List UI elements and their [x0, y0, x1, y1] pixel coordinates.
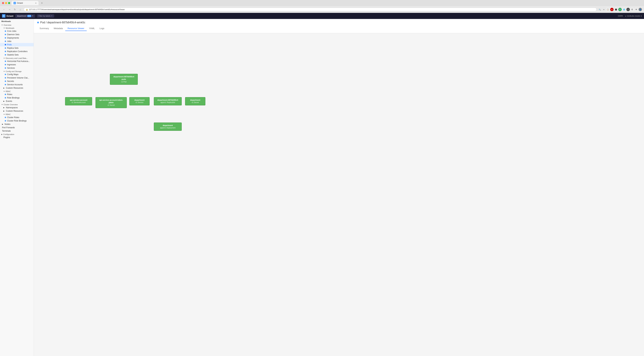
sidebar-item-port-forwards[interactable]: Port Forwards: [0, 126, 34, 129]
central-node-pod[interactable]: department-687b645fc4 pods v1 Pod: [110, 74, 138, 85]
sidebar-workloads-label: Workloads: [0, 20, 34, 23]
tab-metadata[interactable]: Metadata: [52, 26, 65, 31]
sidebar-item-jobs[interactable]: Jobs: [0, 40, 34, 43]
sidebar-item-nodes[interactable]: ▶ Nodes: [0, 123, 34, 126]
ext-star-icon[interactable]: ★: [602, 8, 606, 11]
secret-node-title: department: [188, 99, 203, 101]
namespace-selector[interactable]: department 0 0 ▼: [16, 14, 35, 18]
workloads-chevron-icon: ▼: [4, 27, 5, 29]
dark-mode-toggle[interactable]: DARK: [618, 15, 623, 17]
main-content: Workloads ▼ Overview ▼ Workloads Cron Jo…: [0, 19, 644, 356]
home-button[interactable]: ⌂: [18, 8, 22, 12]
deployment-node-title: department: [156, 124, 179, 127]
sidebar-item-cron-jobs[interactable]: Cron Jobs: [0, 30, 34, 33]
jobs-label: Jobs: [7, 40, 11, 43]
sidebar-item-custom-resources[interactable]: ▶ Custom Resources: [0, 86, 34, 90]
sidebar-item-replica-sets[interactable]: Replica Sets: [0, 46, 34, 50]
sidebar-item-service-accounts[interactable]: Service Accounts: [0, 83, 34, 86]
url-bar[interactable]: 🔒 127.0.0.1:7777/#/overview/namespace/de…: [24, 8, 597, 11]
sidebar-group-overview[interactable]: ▼ Overview: [0, 23, 34, 27]
sidebar-item-cluster-custom-resources[interactable]: ▶ Custom Resources: [0, 109, 34, 113]
tab-summary[interactable]: Summary: [37, 26, 52, 31]
sidebar-item-namespaces[interactable]: ▶ Namespaces: [0, 106, 34, 109]
sidebar-item-pvc[interactable]: Persistent Volume Clai...: [0, 76, 34, 80]
fullscreen-dot[interactable]: [8, 2, 10, 4]
child-node-service[interactable]: department v1 Service: [129, 97, 150, 105]
sidebar-group-config[interactable]: ▼ Config and Storage: [0, 70, 34, 73]
sidebar-group-cluster-rbac[interactable]: ▼ RBAC: [0, 113, 34, 116]
configuration-chevron-icon: ▶: [1, 134, 2, 135]
sidebar-group-rbac[interactable]: ▼ RBAC: [0, 90, 34, 93]
discovery-chevron-icon: ▼: [4, 57, 5, 59]
child-node-secret[interactable]: department v1 Secret: [185, 97, 205, 105]
ext-6[interactable]: ⬡: [626, 8, 630, 11]
sidebar-item-daemon-sets[interactable]: Daemon Sets: [0, 33, 34, 36]
ext-8[interactable]: H: [634, 8, 638, 11]
sidebar-item-services[interactable]: Services: [0, 66, 34, 70]
role-bindings-dot: [5, 97, 6, 99]
ext-1[interactable]: 📋: [606, 8, 610, 11]
child-node-replicaset[interactable]: department-687b645fc4 apps/v1 ReplicaSet: [154, 97, 182, 105]
sidebar-item-hpa[interactable]: Horizontal Pod Autosca...: [0, 60, 34, 63]
events-toggle: ▶: [4, 100, 4, 102]
sidebar-item-cluster-role-bindings[interactable]: Cluster Role Bindings: [0, 119, 34, 123]
sidebar-group-configuration[interactable]: ▶ Configuration: [0, 133, 34, 136]
events-label: Events: [6, 100, 12, 102]
sidebar-discovery-label: Discovery and Load Bala...: [6, 57, 28, 59]
pod-title: Pod / department-687b645fc4-wmk5c: [37, 21, 640, 24]
ext-5[interactable]: 🌐: [622, 8, 626, 11]
sidebar-item-roles[interactable]: Roles: [0, 93, 34, 96]
tab-resource-viewer[interactable]: Resource Viewer: [65, 26, 87, 31]
tab-logs[interactable]: Logs: [97, 26, 107, 31]
ext-7[interactable]: G: [630, 8, 634, 11]
sidebar-group-cluster-overview[interactable]: ▼ Cluster Overview: [0, 103, 34, 106]
roles-label: Roles: [7, 93, 12, 96]
sidebar-config-label: Config and Storage: [6, 70, 22, 72]
terminals-label: Terminals: [2, 130, 11, 132]
filter-by-labels[interactable]: Filter by labels ▼: [37, 14, 54, 18]
back-button[interactable]: ←: [2, 8, 6, 12]
sidebar-item-secrets[interactable]: Secrets: [0, 80, 34, 83]
ext-4[interactable]: G: [618, 8, 622, 11]
tab-resource-viewer-label: Resource Viewer: [68, 27, 84, 30]
sidebar-group-discovery[interactable]: ▼ Discovery and Load Bala...: [0, 57, 34, 60]
sidebar-item-ingresses[interactable]: Ingresses: [0, 63, 34, 66]
tab-close-button[interactable]: ✕: [35, 2, 36, 4]
app-logo-text: Octant: [6, 15, 13, 17]
sidebar-group-workloads[interactable]: ▼ Workloads: [0, 27, 34, 30]
tab-yaml[interactable]: YAML: [87, 26, 97, 31]
sidebar-item-cluster-roles[interactable]: Cluster Roles: [0, 116, 34, 119]
deployments-label: Deployments: [7, 37, 19, 39]
sidebar-item-deployments[interactable]: Deployments: [0, 36, 34, 40]
cluster-overview-chevron-icon: ▼: [1, 104, 3, 105]
close-dot[interactable]: [2, 2, 4, 4]
forward-button[interactable]: →: [8, 8, 12, 12]
sidebar-item-replication-controllers[interactable]: Replication Controllers: [0, 50, 34, 53]
grandchild-node-deployment[interactable]: department apps/v1 Deployment: [154, 123, 182, 131]
minimize-dot[interactable]: [5, 2, 7, 4]
child-node-service-account[interactable]: api-service-account v1 ServiceAccount: [65, 97, 92, 105]
sidebar-item-terminals[interactable]: Terminals: [0, 129, 34, 133]
reload-button[interactable]: ↻: [13, 8, 17, 12]
hpa-dot: [5, 61, 6, 62]
sidebar: Workloads ▼ Overview ▼ Workloads Cron Jo…: [0, 19, 34, 356]
cluster-roles-label: Cluster Roles: [7, 116, 19, 119]
sidebar-item-config-maps[interactable]: Config Maps: [0, 73, 34, 76]
user-avatar[interactable]: 👤: [638, 8, 642, 11]
sidebar-item-events[interactable]: ▶ Events: [0, 100, 34, 103]
ext-search-icon[interactable]: 🔍: [598, 8, 602, 11]
sidebar-item-stateful-sets[interactable]: Stateful Sets: [0, 53, 34, 57]
cluster-roles-dot: [5, 117, 6, 118]
stateful-sets-label: Stateful Sets: [7, 54, 18, 56]
ext-3[interactable]: ⬛: [614, 8, 618, 11]
sidebar-item-role-bindings[interactable]: Role Bindings: [0, 96, 34, 100]
browser-tab[interactable]: O Octant ✕: [12, 1, 38, 5]
child-node-token-secret[interactable]: api-service-account-token-jb8dn v1 Secre…: [96, 97, 127, 108]
new-tab-button[interactable]: +: [40, 1, 44, 5]
ext-2[interactable]: ●: [610, 8, 614, 11]
service-accounts-label: Service Accounts: [7, 83, 23, 86]
sidebar-configuration-label: Configuration: [3, 133, 14, 135]
jobs-dot: [5, 41, 6, 42]
sidebar-item-pods[interactable]: Pods: [0, 43, 34, 46]
sidebar-item-plugins[interactable]: Plugins: [0, 136, 34, 139]
